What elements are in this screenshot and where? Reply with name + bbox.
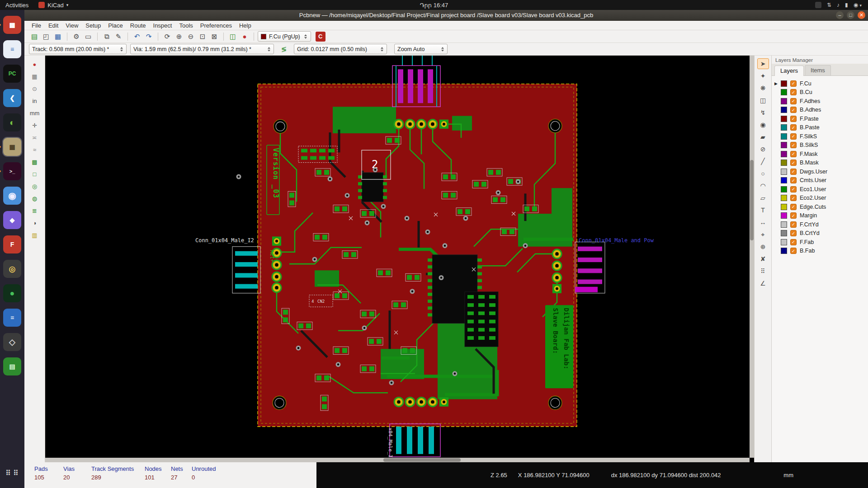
highlight-net-icon[interactable]: ✦ bbox=[757, 70, 769, 81]
dock-purple-app-icon[interactable]: ◆ bbox=[3, 211, 21, 229]
layer-row-fmask[interactable]: F.Mask bbox=[774, 150, 866, 158]
horizontal-scrollbar[interactable] bbox=[45, 458, 750, 462]
drill-origin-icon[interactable]: ⊕ bbox=[757, 241, 769, 252]
layer-color-swatch[interactable] bbox=[781, 116, 787, 122]
layer-color-swatch[interactable] bbox=[781, 169, 787, 175]
dock-screenshot-icon[interactable]: ◎ bbox=[3, 260, 21, 278]
drc-check-icon[interactable]: ● bbox=[239, 32, 250, 42]
vias-sketch-icon[interactable]: ◍ bbox=[29, 193, 40, 203]
dock-red-app-icon[interactable]: F bbox=[3, 235, 21, 253]
layers-manager-toggle-icon[interactable]: ▥ bbox=[29, 230, 40, 240]
units-mm-icon[interactable]: mm bbox=[29, 108, 40, 118]
minimize-button[interactable]: – bbox=[836, 11, 844, 19]
tab-items[interactable]: Items bbox=[805, 65, 831, 75]
clock[interactable]: Դրր 16:47 bbox=[420, 2, 448, 9]
route-tracks-icon[interactable]: ↯ bbox=[757, 107, 769, 118]
polar-coords-icon[interactable]: ⊙ bbox=[29, 84, 40, 94]
layer-row-bcu[interactable]: B.Cu bbox=[774, 89, 866, 96]
dock-kicad-icon[interactable]: ▩ bbox=[3, 16, 21, 34]
draw-circle-icon[interactable]: ○ bbox=[757, 168, 769, 179]
layer-color-swatch[interactable] bbox=[781, 239, 787, 245]
spinner-icon[interactable] bbox=[380, 47, 384, 52]
cursor-shape-icon[interactable]: ✛ bbox=[29, 120, 40, 130]
grid-origin-icon[interactable]: ⠿ bbox=[757, 266, 769, 277]
spinner-icon[interactable] bbox=[119, 47, 123, 52]
place-target-icon[interactable]: ⌖ bbox=[757, 229, 769, 240]
tab-layers[interactable]: Layers bbox=[774, 66, 804, 76]
layer-visibility-checkbox[interactable] bbox=[790, 151, 797, 157]
layer-row-edgecuts[interactable]: Edge.Cuts bbox=[774, 203, 866, 211]
dock-terminal-icon[interactable]: >_ bbox=[3, 162, 21, 180]
place-footprint-icon[interactable]: ◫ bbox=[757, 95, 769, 106]
menu-edit[interactable]: Edit bbox=[45, 21, 62, 30]
place-text-icon[interactable]: T bbox=[757, 205, 769, 216]
ratsnest-curved-icon[interactable]: ≈ bbox=[29, 145, 40, 155]
titlebar[interactable]: Pcbnew — /home/miqayel/Desktop/Final Pro… bbox=[24, 10, 868, 21]
layer-visibility-checkbox[interactable] bbox=[790, 239, 797, 245]
undo-icon[interactable]: ↶ bbox=[132, 32, 142, 42]
layer-visibility-checkbox[interactable] bbox=[790, 221, 797, 228]
layer-color-swatch[interactable] bbox=[781, 221, 787, 228]
layer-visibility-checkbox[interactable] bbox=[790, 230, 797, 236]
layer-color-swatch[interactable] bbox=[781, 230, 787, 236]
layer-visibility-checkbox[interactable] bbox=[790, 124, 797, 131]
layer-visibility-checkbox[interactable] bbox=[790, 89, 797, 95]
volume-icon[interactable]: ♪ bbox=[837, 2, 840, 8]
keepout-area-icon[interactable]: ⊘ bbox=[757, 144, 769, 155]
draw-line-icon[interactable]: ╱ bbox=[757, 156, 769, 167]
activities-button[interactable]: Activities bbox=[0, 2, 34, 9]
menu-setup[interactable]: Setup bbox=[82, 21, 104, 30]
layer-row-bcrtyd[interactable]: B.CrtYd bbox=[774, 230, 866, 237]
place-via-icon[interactable]: ◉ bbox=[757, 119, 769, 130]
redo-icon[interactable]: ↷ bbox=[143, 32, 154, 42]
delete-tool-icon[interactable]: ✘ bbox=[757, 253, 769, 264]
page-settings-icon[interactable]: ▭ bbox=[83, 32, 94, 42]
menu-file[interactable]: File bbox=[28, 21, 45, 30]
layer-color-swatch[interactable] bbox=[781, 186, 787, 192]
layer-row-fcu[interactable]: F.Cu bbox=[774, 80, 866, 87]
layer-visibility-checkbox[interactable] bbox=[790, 186, 797, 192]
layer-color-swatch[interactable] bbox=[781, 160, 787, 166]
layer-color-swatch[interactable] bbox=[781, 195, 787, 201]
draw-arc-icon[interactable]: ◠ bbox=[757, 180, 769, 191]
layer-color-swatch[interactable] bbox=[781, 133, 787, 140]
layer-color-swatch[interactable] bbox=[781, 142, 787, 148]
select-tool-icon[interactable]: ➤ bbox=[757, 58, 769, 69]
zoom-selector[interactable]: Zoom Auto bbox=[394, 44, 448, 54]
menu-inspect[interactable]: Inspect bbox=[150, 21, 176, 30]
board-setup-icon[interactable]: ⚙ bbox=[71, 32, 82, 42]
layer-row-fadhes[interactable]: F.Adhes bbox=[774, 97, 866, 105]
layer-visibility-checkbox[interactable] bbox=[790, 116, 797, 122]
app-menu[interactable]: KiCad ▾ bbox=[34, 2, 73, 9]
menu-preferences[interactable]: Preferences bbox=[197, 21, 236, 30]
plot-icon[interactable]: ✎ bbox=[113, 32, 124, 42]
layer-selector[interactable]: F.Cu (PgUp) bbox=[258, 31, 311, 42]
layer-color-swatch[interactable] bbox=[781, 204, 787, 210]
high-contrast-icon[interactable]: ◑ bbox=[29, 218, 40, 228]
ratsnest-visibility-icon[interactable]: ≍ bbox=[29, 132, 40, 142]
layer-visibility-checkbox[interactable] bbox=[790, 142, 797, 148]
dock-document-icon[interactable]: ≡ bbox=[3, 40, 21, 58]
layer-visibility-checkbox[interactable] bbox=[790, 177, 797, 183]
layer-visibility-checkbox[interactable] bbox=[790, 133, 797, 140]
layer-row-bmask[interactable]: B.Mask bbox=[774, 159, 866, 167]
dock-gerbview-icon[interactable]: ▤ bbox=[3, 357, 21, 375]
tracks-sketch-icon[interactable]: ≣ bbox=[29, 206, 40, 216]
layer-color-swatch[interactable] bbox=[781, 151, 787, 157]
layer-visibility-checkbox[interactable] bbox=[790, 204, 797, 210]
dock-vscode-icon[interactable]: ❮ bbox=[3, 89, 21, 107]
dock-pcbnew-icon[interactable]: ▦ bbox=[3, 138, 21, 156]
layer-row-ffab[interactable]: F.Fab bbox=[774, 238, 866, 246]
layer-row-badhes[interactable]: B.Adhes bbox=[774, 106, 866, 114]
kicad-logo-icon[interactable]: C bbox=[316, 32, 326, 42]
layer-visibility-checkbox[interactable] bbox=[790, 160, 797, 166]
layer-row-cmts[interactable]: Cmts.User bbox=[774, 177, 866, 184]
local-ratsnest-icon[interactable]: ❋ bbox=[757, 83, 769, 94]
layer-color-swatch[interactable] bbox=[781, 212, 787, 219]
dock-app-drawer-icon[interactable]: ⠿ ⠿ bbox=[3, 464, 21, 482]
maximize-button[interactable]: □ bbox=[847, 11, 854, 19]
open-board-icon[interactable]: ◰ bbox=[41, 32, 52, 42]
grid-visibility-icon[interactable]: ▦ bbox=[29, 71, 40, 81]
dock-chromium-icon[interactable]: ◉ bbox=[3, 187, 21, 205]
layer-row-bpaste[interactable]: B.Paste bbox=[774, 124, 866, 131]
